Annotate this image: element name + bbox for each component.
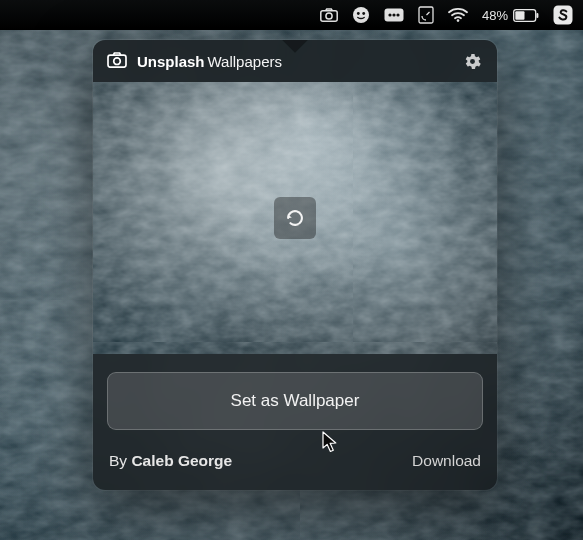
- action-area: Set as Wallpaper: [93, 354, 497, 436]
- svg-point-7: [392, 13, 395, 16]
- popover-header: UnsplashWallpapers: [93, 40, 497, 82]
- svg-point-1: [326, 13, 332, 19]
- refresh-button[interactable]: [274, 197, 316, 239]
- credit-author[interactable]: Caleb George: [131, 452, 232, 469]
- svg-point-4: [362, 12, 365, 15]
- credit-text: By Caleb George: [109, 452, 232, 470]
- battery-percent-label: 48%: [482, 8, 508, 23]
- brand-name: Unsplash: [137, 53, 205, 70]
- svg-point-8: [396, 13, 399, 16]
- refresh-icon: [284, 207, 306, 229]
- settings-button[interactable]: [461, 50, 483, 72]
- svg-point-16: [114, 57, 121, 64]
- svg-point-10: [457, 19, 460, 22]
- gear-icon: [464, 53, 481, 70]
- more-icon[interactable]: [384, 8, 404, 22]
- notes-icon[interactable]: [418, 6, 434, 24]
- camera-icon[interactable]: [320, 8, 338, 22]
- svg-point-3: [357, 12, 360, 15]
- battery-status[interactable]: 48%: [482, 8, 539, 23]
- face-icon[interactable]: [352, 6, 370, 24]
- unsplash-logo-icon: [107, 52, 127, 71]
- menu-bar: 48%: [0, 0, 583, 30]
- set-as-wallpaper-button[interactable]: Set as Wallpaper: [107, 372, 483, 430]
- battery-icon: [513, 9, 539, 22]
- wallpaper-preview: [93, 82, 497, 354]
- svg-point-2: [353, 7, 369, 23]
- brand-title: UnsplashWallpapers: [137, 53, 282, 70]
- credit-row: By Caleb George Download: [93, 436, 497, 490]
- svg-rect-13: [515, 11, 524, 19]
- wifi-icon[interactable]: [448, 8, 468, 22]
- credit-prefix: By: [109, 452, 131, 469]
- brand-sub: Wallpapers: [208, 53, 282, 70]
- brand: UnsplashWallpapers: [107, 52, 282, 71]
- download-link[interactable]: Download: [412, 452, 481, 470]
- svg-point-6: [388, 13, 391, 16]
- svg-rect-12: [536, 13, 538, 18]
- unsplash-popover: UnsplashWallpapers Set as Wallpaper By C…: [93, 40, 497, 490]
- svg-rect-15: [108, 55, 126, 67]
- app-s-icon[interactable]: [553, 5, 573, 25]
